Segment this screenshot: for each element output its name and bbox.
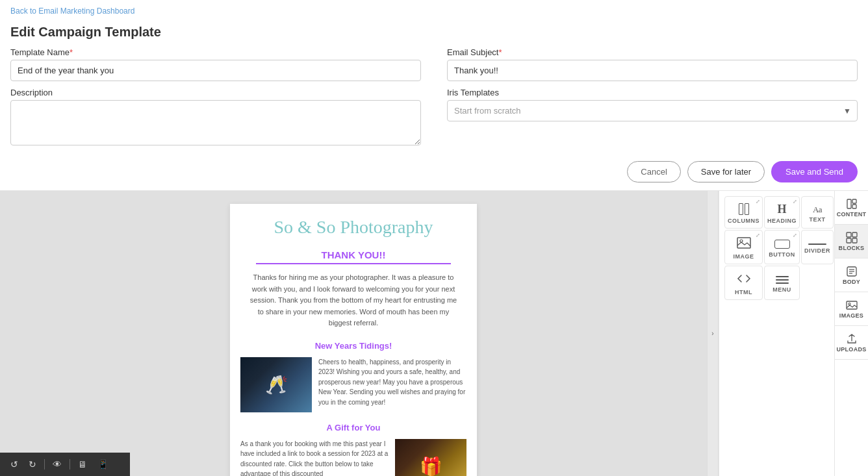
- divider-label: DIVIDER: [804, 247, 830, 254]
- preview-gift-image: 🎁: [395, 439, 466, 476]
- svg-rect-7: [847, 238, 851, 243]
- svg-rect-6: [852, 232, 857, 237]
- blocks-tab-label: Blocks: [839, 245, 865, 251]
- collapse-arrow-icon: ›: [711, 330, 713, 337]
- block-divider[interactable]: DIVIDER: [801, 230, 834, 264]
- preview-thank-you: THANK YOU!!: [256, 244, 451, 264]
- preview-gift-section: As a thank you for booking with me this …: [230, 435, 477, 476]
- heading-label: HEADING: [767, 218, 797, 224]
- sidebar-tab-uploads[interactable]: Uploads: [835, 326, 869, 360]
- sidebar-content-panel: ⤢ COLUMNS ⤢ H HEADING: [719, 191, 834, 476]
- svg-rect-4: [852, 205, 856, 208]
- email-subject-input[interactable]: [447, 60, 858, 81]
- preview-gift-text: As a thank you for booking with me this …: [240, 439, 389, 476]
- button-icon: [774, 240, 790, 249]
- image-label: IMAGE: [733, 253, 754, 260]
- block-image[interactable]: ⤢ IMAGE: [724, 230, 763, 264]
- svg-rect-2: [847, 199, 851, 208]
- text-icon: Aa: [813, 205, 822, 214]
- sidebar-tab-blocks[interactable]: Blocks: [835, 225, 869, 258]
- sidebar-tab-content[interactable]: Content: [835, 191, 869, 225]
- save-send-button[interactable]: Save and Send: [771, 161, 858, 182]
- image-expand-icon: ⤢: [756, 232, 760, 238]
- images-tab-label: Images: [839, 312, 863, 319]
- columns-label: COLUMNS: [728, 218, 760, 224]
- template-name-label: Template Name*: [10, 47, 421, 57]
- mobile-button[interactable]: 📱: [95, 458, 111, 471]
- description-label: Description: [10, 88, 421, 97]
- preview-new-year-section: 🥂 Cheers to health, happiness, and prosp…: [230, 353, 477, 416]
- svg-rect-5: [847, 232, 851, 237]
- block-text[interactable]: Aa TEXT: [801, 196, 834, 229]
- images-icon: [846, 299, 858, 311]
- iris-templates-label: Iris Templates: [447, 88, 858, 97]
- body-tab-label: Body: [843, 279, 860, 285]
- svg-rect-3: [852, 199, 856, 203]
- divider-icon: [808, 244, 826, 245]
- image-icon: [737, 237, 751, 251]
- block-html[interactable]: HTML: [724, 266, 763, 300]
- desktop-button[interactable]: 🖥: [75, 458, 90, 471]
- preview-champagne-image: 🥂: [240, 357, 312, 412]
- preview-button[interactable]: 👁: [50, 458, 64, 471]
- button-label: BUTTON: [769, 251, 795, 258]
- preview-new-year-title: New Years Tidings!: [230, 337, 477, 353]
- sidebar-collapse-handle[interactable]: ›: [707, 191, 719, 476]
- preview-gift-title: A Gift for You: [230, 416, 477, 435]
- bottom-toolbar: ↺ ↻ 👁 🖥 📱: [0, 453, 130, 476]
- content-tab-label: Content: [837, 211, 867, 218]
- preview-new-year-text: Cheers to health, happiness, and prosper…: [318, 357, 466, 412]
- undo-button[interactable]: ↺: [8, 458, 21, 471]
- preview-body-text: Thanks for hiring me as your photographe…: [230, 264, 477, 337]
- blocks-icon: [846, 232, 858, 244]
- block-columns[interactable]: ⤢ COLUMNS: [724, 196, 763, 229]
- email-subject-label: Email Subject*: [447, 47, 858, 57]
- block-button[interactable]: ⤢ BUTTON: [764, 230, 800, 264]
- html-label: HTML: [735, 289, 752, 295]
- block-heading[interactable]: ⤢ H HEADING: [764, 196, 800, 229]
- content-icon: [846, 198, 858, 210]
- heading-icon: H: [778, 203, 787, 215]
- menu-label: MENU: [772, 286, 791, 293]
- block-menu[interactable]: MENU: [764, 266, 800, 300]
- redo-button[interactable]: ↻: [26, 458, 39, 471]
- blocks-grid: ⤢ COLUMNS ⤢ H HEADING: [719, 191, 834, 305]
- heading-expand-icon: ⤢: [793, 199, 797, 205]
- svg-point-14: [849, 303, 850, 305]
- svg-rect-13: [847, 301, 857, 309]
- template-name-input[interactable]: [10, 60, 421, 81]
- sidebar-tab-body[interactable]: Body: [835, 258, 869, 292]
- iris-templates-select[interactable]: Start from scratch: [447, 100, 858, 121]
- menu-icon: [776, 276, 789, 284]
- svg-rect-0: [737, 238, 750, 248]
- html-icon: [737, 273, 751, 286]
- text-label: TEXT: [810, 216, 826, 223]
- page-title: Edit Campaign Template: [0, 21, 868, 47]
- columns-expand-icon: ⤢: [756, 199, 760, 205]
- preview-brand-title: So & So Photography: [230, 204, 477, 244]
- columns-icon: [739, 203, 749, 215]
- back-link[interactable]: Back to Email Marketing Dashboard: [10, 6, 134, 16]
- sidebar-tab-images[interactable]: Images: [835, 292, 869, 326]
- toolbar-separator-2: [70, 459, 70, 470]
- button-expand-icon: ⤢: [793, 232, 797, 238]
- description-input[interactable]: [10, 100, 421, 145]
- email-preview: So & So Photography THANK YOU!! Thanks f…: [230, 204, 477, 476]
- email-preview-wrapper: So & So Photography THANK YOU!! Thanks f…: [0, 191, 707, 476]
- uploads-tab-label: Uploads: [836, 346, 866, 353]
- right-sidebar: ⤢ COLUMNS ⤢ H HEADING: [719, 191, 868, 476]
- uploads-icon: [846, 333, 858, 345]
- save-later-button[interactable]: Save for later: [687, 161, 765, 182]
- cancel-button[interactable]: Cancel: [627, 161, 680, 182]
- sidebar-icon-tabs: Content Blocks: [834, 191, 868, 476]
- body-icon: [846, 266, 858, 277]
- svg-rect-8: [852, 238, 857, 243]
- toolbar-separator-1: [44, 459, 45, 470]
